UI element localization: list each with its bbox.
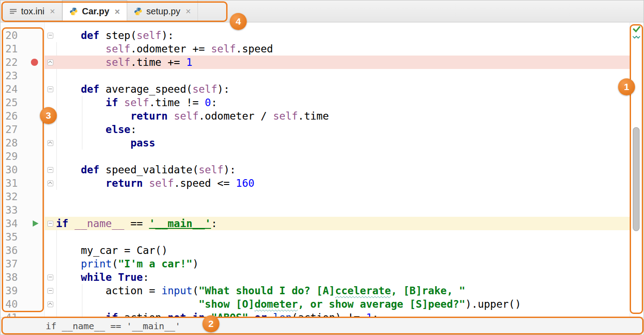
code-line[interactable]: pass <box>56 136 155 150</box>
fold-gutter <box>44 244 56 257</box>
scrollbar-thumb[interactable] <box>633 127 640 231</box>
fold-start-icon[interactable] <box>47 167 53 173</box>
code-line[interactable]: "show [O]dometer, or show average [S]pee… <box>56 297 521 311</box>
fold-start-icon[interactable] <box>47 288 53 294</box>
fold-start-icon[interactable] <box>47 86 53 92</box>
code-editor-area[interactable]: 20 def step(self):21 self.odometer += se… <box>1 22 630 317</box>
editor-line-21: 21 self.odometer += self.speed <box>1 42 630 56</box>
line-number[interactable]: 32 <box>1 190 44 203</box>
inspections-ok-icon[interactable] <box>631 25 642 43</box>
code-line[interactable]: return self.speed <= 160 <box>56 176 254 190</box>
line-number[interactable]: 31 <box>1 176 44 190</box>
text-file-icon <box>9 8 17 15</box>
breadcrumbs-bar: if __name__ == '__main__' <box>1 317 643 334</box>
editor-line-41: 41 if action not in "ABOS" or len(action… <box>1 311 630 317</box>
tab-Car.py[interactable]: Car.py× <box>62 0 127 22</box>
fold-end-icon[interactable] <box>47 180 53 186</box>
line-number[interactable]: 28 <box>1 136 44 150</box>
fold-gutter <box>44 82 56 96</box>
line-number[interactable]: 36 <box>1 244 44 257</box>
fold-start-icon[interactable] <box>47 221 53 227</box>
editor-line-35: 35 <box>1 230 630 244</box>
fold-gutter <box>44 257 56 271</box>
editor-line-39: 39 action = input("What should I do? [A]… <box>1 284 630 297</box>
fold-gutter <box>44 190 56 203</box>
fold-start-icon[interactable] <box>47 275 53 280</box>
code-line[interactable]: if action not in "ABOS" or len(action) !… <box>56 311 378 317</box>
fold-gutter <box>44 42 56 56</box>
line-number[interactable]: 29 <box>1 150 44 163</box>
fold-gutter <box>44 136 56 150</box>
fold-gutter <box>44 29 56 42</box>
editor-line-33: 33 <box>1 203 630 217</box>
run-arrow-icon[interactable] <box>33 220 39 227</box>
tab-setup.py[interactable]: setup.py× <box>127 0 198 22</box>
tab-label: setup.py <box>146 6 180 17</box>
editor-line-29: 29 <box>1 150 630 163</box>
fold-gutter <box>44 217 56 230</box>
code-line[interactable]: my_car = Car() <box>56 244 167 257</box>
line-number[interactable]: 22 <box>1 56 44 69</box>
line-number[interactable]: 27 <box>1 123 44 136</box>
tab-close-icon[interactable]: × <box>115 7 120 16</box>
code-line[interactable]: def step(self): <box>56 29 174 42</box>
code-line[interactable]: self.odometer += self.speed <box>56 42 273 56</box>
editor-line-22: 22 self.time += 1 <box>1 56 630 69</box>
fold-gutter <box>44 284 56 297</box>
code-line[interactable]: if __name__ == '__main__': <box>56 217 217 230</box>
line-number[interactable]: 41 <box>1 311 44 317</box>
line-number[interactable]: 23 <box>1 69 44 82</box>
line-number[interactable]: 40 <box>1 297 44 311</box>
tab-label: Car.py <box>82 6 109 17</box>
fold-gutter <box>44 297 56 311</box>
line-number[interactable]: 24 <box>1 82 44 96</box>
line-number[interactable]: 25 <box>1 96 44 109</box>
breadcrumb-item[interactable]: if __name__ == '__main__' <box>46 321 180 331</box>
tab-tox.ini[interactable]: tox.ini× <box>3 0 62 22</box>
editor-line-31: 31 return self.speed <= 160 <box>1 176 630 190</box>
python-icon <box>134 7 142 16</box>
fold-gutter <box>44 311 56 317</box>
fold-gutter <box>44 96 56 109</box>
fold-start-icon[interactable] <box>47 33 53 39</box>
tab-close-icon[interactable]: × <box>185 7 191 16</box>
scrollbar-track[interactable] <box>630 22 643 317</box>
code-line[interactable]: self.time += 1 <box>56 56 193 69</box>
code-line[interactable]: while True: <box>56 271 149 284</box>
code-line[interactable]: def average_speed(self): <box>56 82 230 96</box>
fold-end-icon[interactable] <box>47 60 53 65</box>
line-number[interactable]: 35 <box>1 230 44 244</box>
breakpoint-icon[interactable] <box>31 59 38 66</box>
line-number[interactable]: 20 <box>1 29 44 42</box>
line-number[interactable]: 34 <box>1 217 44 230</box>
fold-gutter <box>44 56 56 69</box>
code-line[interactable]: else: <box>56 123 137 136</box>
line-number[interactable]: 30 <box>1 163 44 176</box>
line-number[interactable]: 21 <box>1 42 44 56</box>
line-number[interactable]: 37 <box>1 257 44 271</box>
fold-end-icon[interactable] <box>47 301 53 307</box>
editor-line-28: 28 pass <box>1 136 630 150</box>
line-number[interactable]: 38 <box>1 271 44 284</box>
editor-pane: 20 def step(self):21 self.odometer += se… <box>1 22 643 317</box>
tab-strip: tox.ini×Car.py×setup.py× <box>0 0 644 22</box>
line-number[interactable]: 33 <box>1 203 44 217</box>
fold-end-icon[interactable] <box>47 140 53 146</box>
fold-gutter <box>44 109 56 123</box>
code-line[interactable]: return self.odometer / self.time <box>56 109 329 123</box>
editor-line-25: 25 if self.time != 0: <box>1 96 630 109</box>
line-number[interactable]: 39 <box>1 284 44 297</box>
tab-close-icon[interactable]: × <box>50 7 55 16</box>
code-line[interactable]: def speed_validate(self): <box>56 163 236 176</box>
editor-line-24: 24 def average_speed(self): <box>1 82 630 96</box>
code-line[interactable]: action = input("What should I do? [A]cce… <box>56 284 465 297</box>
fold-gutter <box>44 123 56 136</box>
line-number[interactable]: 26 <box>1 109 44 123</box>
code-line[interactable]: if self.time != 0: <box>56 96 217 109</box>
code-line[interactable]: print("I'm a car!") <box>56 257 199 271</box>
python-icon <box>69 7 78 16</box>
fold-gutter <box>44 176 56 190</box>
tab-label: tox.ini <box>21 6 44 17</box>
ide-window: tox.ini×Car.py×setup.py× 20 def step(sel… <box>0 0 644 335</box>
editor-line-40: 40 "show [O]dometer, or show average [S]… <box>1 297 630 311</box>
